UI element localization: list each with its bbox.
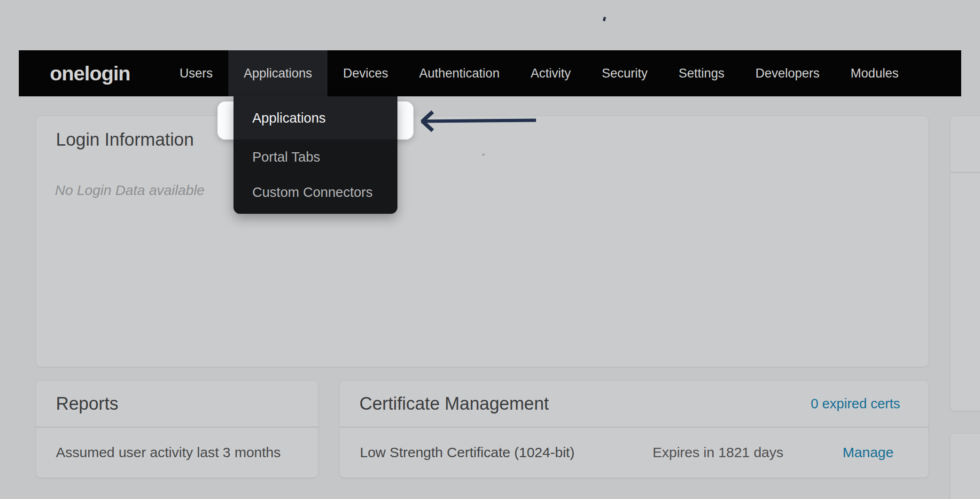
reports-title: Reports	[56, 394, 118, 414]
nav-item-applications[interactable]: Applications	[228, 50, 328, 96]
nav-item-devices[interactable]: Devices	[327, 50, 404, 96]
top-nav-bar: onelogin Users Applications Devices Auth…	[19, 50, 961, 96]
left-arrow-icon	[418, 106, 540, 139]
nav-item-authentication[interactable]: Authentication	[404, 50, 515, 96]
screen-artifact-dot	[603, 17, 606, 22]
nav-item-settings[interactable]: Settings	[663, 50, 740, 96]
login-empty-state-text: No Login Data available	[55, 181, 928, 200]
menu-item-custom-connectors[interactable]: Custom Connectors	[233, 175, 397, 210]
nav-item-activity[interactable]: Activity	[515, 50, 586, 96]
left-arrow-annotation	[418, 106, 540, 139]
certificate-expiry: Expires in 1821 days	[653, 444, 784, 460]
nav-item-modules[interactable]: Modules	[835, 50, 914, 96]
report-row-label: Assumed user activity last 3 months	[36, 444, 281, 460]
expired-certs-link[interactable]: 0 expired certs	[811, 396, 900, 412]
report-row[interactable]: Assumed user activity last 3 months	[36, 428, 318, 477]
nav-item-security[interactable]: Security	[586, 50, 663, 96]
nav-item-developers[interactable]: Developers	[740, 50, 835, 96]
reports-card-header: Reports	[36, 381, 318, 428]
reports-card: Reports Assumed user activity last 3 mon…	[36, 380, 319, 478]
page: onelogin Users Applications Devices Auth…	[0, 0, 980, 499]
certificate-card-header: Certificate Management 0 expired certs	[340, 381, 928, 428]
certificate-row: Low Strength Certificate (1024-bit) Expi…	[340, 428, 928, 477]
nav-item-users[interactable]: Users	[164, 50, 228, 96]
menu-item-portal-tabs[interactable]: Portal Tabs	[233, 140, 397, 175]
certificate-name: Low Strength Certificate (1024-bit)	[340, 444, 575, 460]
screen-artifact-dot	[482, 154, 485, 156]
menu-item-applications[interactable]: Applications	[233, 96, 397, 140]
certificate-management-title: Certificate Management	[359, 394, 549, 414]
manage-link[interactable]: Manage	[843, 444, 894, 460]
certificate-management-card: Certificate Management 0 expired certs L…	[339, 380, 929, 478]
partial-card-divider	[950, 172, 980, 173]
onelogin-logo[interactable]: onelogin	[50, 50, 130, 96]
partial-card-right-bottom	[950, 433, 980, 499]
partial-card-right-top	[950, 116, 980, 411]
applications-dropdown-menu: Applications Portal Tabs Custom Connecto…	[233, 96, 397, 214]
